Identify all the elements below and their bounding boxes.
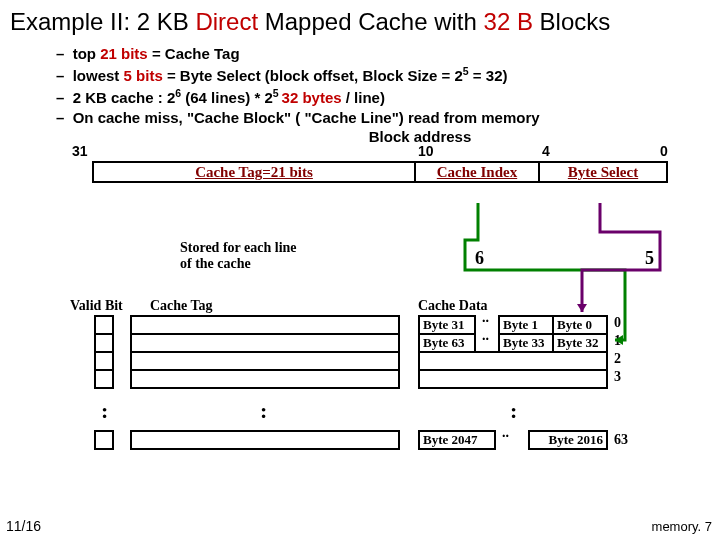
vdots-tag: : <box>260 398 265 424</box>
d0-byte31: Byte 31 <box>418 315 476 335</box>
field-cache-index: Cache Index <box>414 161 540 183</box>
row-0: 0 <box>614 315 621 331</box>
vb-3 <box>94 369 114 389</box>
svg-marker-1 <box>577 304 587 312</box>
bullet-3: – 2 KB cache : 26 (64 lines) * 25 32 byt… <box>56 87 720 106</box>
stored-label: Stored for each line of the cache <box>180 240 297 272</box>
row-2: 2 <box>614 351 621 367</box>
d63-dots: .. <box>502 425 509 441</box>
d0-byte1: Byte 1 <box>498 315 554 335</box>
b3d: 5 <box>273 87 282 99</box>
b3a: 2 KB cache : 2 <box>73 89 176 106</box>
label-cache-tag: Cache Tag <box>150 298 213 314</box>
vb-2 <box>94 351 114 371</box>
d1-dots: .. <box>482 328 489 344</box>
bullet-list: – top 21 bits = Cache Tag – lowest 5 bit… <box>56 45 720 126</box>
page-title: Example II: 2 KB Direct Mapped Cache wit… <box>0 0 720 42</box>
bullet-4: – On cache miss, "Cache Block" ( "Cache … <box>56 109 720 126</box>
bullet-1: – top 21 bits = Cache Tag <box>56 45 720 62</box>
tag-1 <box>130 333 400 353</box>
d1-byte63: Byte 63 <box>418 333 476 353</box>
d1-byte32: Byte 32 <box>552 333 608 353</box>
b3c: (64 lines) * 2 <box>181 89 273 106</box>
d63-byte2047: Byte 2047 <box>418 430 496 450</box>
d0-dots: .. <box>482 310 489 326</box>
b2b: 5 bits <box>124 67 163 84</box>
vdots-data: : <box>510 398 515 424</box>
title-text-3: Blocks <box>533 8 610 35</box>
vb-63 <box>94 430 114 450</box>
vb-0 <box>94 315 114 335</box>
vb-1 <box>94 333 114 353</box>
b1b: 21 bits <box>100 45 148 62</box>
tag-2 <box>130 351 400 371</box>
b2c: = Byte Select (block offset, Block Size … <box>163 67 463 84</box>
tag-3 <box>130 369 400 389</box>
row-63: 63 <box>614 432 628 448</box>
d0-byte0: Byte 0 <box>552 315 608 335</box>
bullet-2: – lowest 5 bits = Byte Select (block off… <box>56 65 720 84</box>
bit-10: 10 <box>418 143 434 159</box>
footer-right: memory. 7 <box>652 519 712 534</box>
d2 <box>418 351 608 371</box>
d1-byte33: Byte 33 <box>498 333 554 353</box>
stored-l1: Stored for each line <box>180 240 297 256</box>
footer-left: 11/16 <box>6 518 41 534</box>
b3f: / line) <box>342 89 385 106</box>
title-text-1: Example II: 2 KB <box>10 8 195 35</box>
d3 <box>418 369 608 389</box>
b4a: On cache miss, "Cache Block" ( "Cache Li… <box>73 109 540 126</box>
stored-l2: of the cache <box>180 256 297 272</box>
field-byte-select: Byte Select <box>538 161 668 183</box>
vdots-vb: : <box>101 398 106 424</box>
field-cache-tag: Cache Tag=21 bits <box>92 161 416 183</box>
title-red-2: 32 B <box>484 8 533 35</box>
tag-0 <box>130 315 400 335</box>
tag-63 <box>130 430 400 450</box>
d63-byte2016: Byte 2016 <box>528 430 608 450</box>
bit-4: 4 <box>542 143 550 159</box>
address-breakdown: 31 10 4 0 Cache Tag=21 bits Cache Index … <box>0 143 720 203</box>
title-red-1: Direct <box>195 8 258 35</box>
b1a: top <box>73 45 101 62</box>
b2a: lowest <box>73 67 124 84</box>
bit-0: 0 <box>660 143 668 159</box>
b1c: = Cache Tag <box>148 45 240 62</box>
num-five: 5 <box>645 248 654 269</box>
row-3: 3 <box>614 369 621 385</box>
bit-31: 31 <box>72 143 88 159</box>
row-1: 1 <box>614 333 621 349</box>
title-text-2: Mapped Cache with <box>258 8 483 35</box>
b3e: 32 bytes <box>282 89 342 106</box>
num-six: 6 <box>475 248 484 269</box>
b2e: = 32) <box>469 67 508 84</box>
label-valid-bit: Valid Bit <box>70 298 123 314</box>
label-cache-data: Cache Data <box>418 298 488 314</box>
